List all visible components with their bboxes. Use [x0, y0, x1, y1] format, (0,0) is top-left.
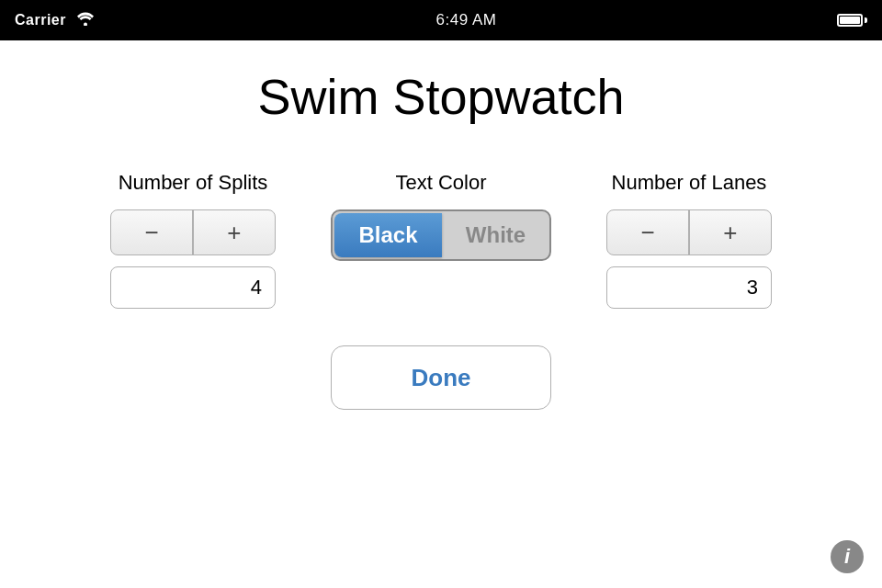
svg-point-0 — [84, 22, 87, 26]
splits-section: Number of Splits − + 4 — [74, 171, 312, 309]
status-left: Carrier — [15, 11, 96, 30]
wifi-icon — [75, 11, 96, 30]
splits-decrement-button[interactable]: − — [111, 210, 192, 254]
segment-black[interactable]: Black — [334, 213, 442, 257]
text-color-label: Text Color — [395, 171, 486, 195]
battery-body — [837, 14, 863, 27]
battery-icon — [837, 14, 867, 27]
done-button[interactable]: Done — [331, 345, 551, 410]
splits-stepper: − + — [110, 209, 276, 255]
text-color-section: Text Color Black White — [312, 171, 570, 272]
info-button[interactable]: i — [831, 540, 864, 573]
splits-label: Number of Splits — [119, 171, 268, 195]
lanes-value: 3 — [606, 266, 772, 309]
lanes-increment-button[interactable]: + — [690, 210, 771, 254]
lanes-decrement-button[interactable]: − — [607, 210, 688, 254]
time-display: 6:49 AM — [436, 11, 497, 29]
controls-row: Number of Splits − + 4 Text Color Black … — [0, 171, 882, 309]
lanes-stepper: − + — [606, 209, 772, 255]
carrier-label: Carrier — [15, 12, 66, 28]
main-content: Swim Stopwatch Number of Splits − + 4 Te… — [0, 40, 882, 588]
lanes-section: Number of Lanes − + 3 — [570, 171, 808, 309]
text-color-segmented-control: Black White — [331, 209, 551, 261]
splits-value: 4 — [110, 266, 276, 309]
battery-tip — [865, 17, 867, 23]
lanes-label: Number of Lanes — [612, 171, 767, 195]
battery-fill — [840, 17, 860, 24]
app-title: Swim Stopwatch — [257, 68, 624, 125]
splits-increment-button[interactable]: + — [194, 210, 275, 254]
segment-white[interactable]: White — [442, 211, 549, 259]
status-bar: Carrier 6:49 AM — [0, 0, 882, 40]
